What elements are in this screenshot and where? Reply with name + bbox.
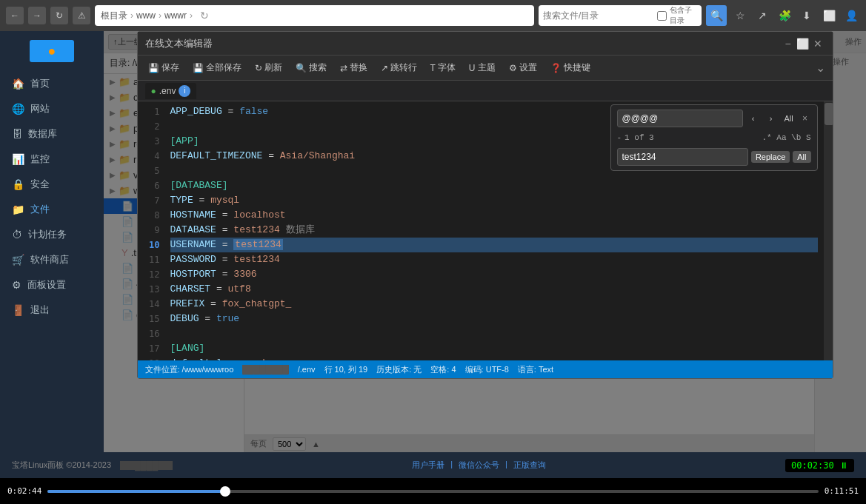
sidebar-logo: ● (30, 40, 74, 62)
status-filepath-ext: /.env (298, 365, 316, 374)
find-icon: 🔍 (296, 63, 307, 73)
replace-input[interactable] (617, 148, 748, 166)
editor-titlebar: 在线文本编辑器 − ⬜ ✕ (138, 32, 833, 56)
editor-scrollbar[interactable] (824, 101, 833, 360)
tasks-icon: ⏱ (12, 229, 22, 241)
file-dot-icon: ● (151, 86, 156, 96)
monitor-icon: 📊 (12, 153, 24, 165)
auth-link[interactable]: 正版查询 (513, 460, 546, 471)
search-input[interactable] (543, 10, 654, 21)
find-prev-button[interactable]: ‹ (746, 111, 761, 126)
window-icon[interactable]: ⬜ (820, 7, 838, 24)
sidebar-label-site: 网站 (30, 102, 50, 115)
star-icon[interactable]: ☆ (731, 7, 749, 24)
timer-display: 00:02:30 ⏸ (785, 459, 854, 472)
editor-reset-button[interactable]: ↻ 刷新 (249, 59, 288, 76)
editor-replace-button[interactable]: ⇄ 替换 (334, 59, 373, 76)
editor-help-button[interactable]: ❓ 快捷键 (544, 59, 596, 76)
status-rowcol: 行 10, 列 19 (324, 364, 368, 375)
sidebar-item-monitor[interactable]: 📊 监控 (0, 147, 104, 172)
editor-gutter: 1 2 3 4 5 6 7 8 9 10 11 12 13 14 (138, 101, 164, 360)
find-close-button[interactable]: × (799, 112, 811, 124)
url-sep1: › (130, 10, 133, 21)
editor-settings-button[interactable]: ⚙ 设置 (503, 59, 543, 76)
sidebar-item-tasks[interactable]: ⏱ 计划任务 (0, 222, 104, 247)
nav-back-button[interactable]: ← (6, 7, 24, 24)
sidebar-item-database[interactable]: 🗄 数据库 (0, 121, 104, 147)
file-manager: ↑上一级 ↻刷新 + 新建 Q 搜索 操作 目录: /www/www ▶ 📁 a… (104, 31, 866, 452)
sidebar: ● 🏠 首页 🌐 网站 🗄 数据库 📊 监控 🔒 安全 📁 文件 ⏱ 计划任务 (0, 31, 104, 452)
editor-find-button[interactable]: 🔍 搜索 (290, 59, 333, 76)
url-wwwr: wwwr (164, 10, 187, 21)
sidebar-label-files: 文件 (30, 203, 50, 216)
reset-icon: ↻ (255, 63, 262, 73)
editor-minimize-button[interactable]: − (781, 36, 796, 51)
code-line-6: [DATABASE] (170, 178, 818, 193)
nav-forward-button[interactable]: → (28, 7, 46, 24)
browser-top-bar: ← → ↻ ⚠ 根目录 › www › wwwr › ↻ 包含子目录 🔍 ☆ ↗… (0, 0, 866, 31)
sidebar-item-files[interactable]: 📁 文件 (0, 197, 104, 222)
nav-refresh-button[interactable]: ↻ (50, 7, 68, 24)
replace-row: Replace All (617, 148, 811, 166)
download-icon[interactable]: ⬇ (798, 7, 816, 24)
editor-main: 1 2 3 4 5 6 7 8 9 10 11 12 13 14 (138, 101, 833, 360)
logout-icon: 🚪 (12, 304, 24, 316)
sidebar-item-security[interactable]: 🔒 安全 (0, 172, 104, 197)
site-icon: 🌐 (12, 103, 24, 115)
sidebar-item-logout[interactable]: 🚪 退出 (0, 298, 104, 323)
editor-toolbar-expand-button[interactable]: ⌄ (813, 61, 828, 75)
avatar-icon[interactable]: 👤 (842, 7, 860, 24)
editor-theme-button[interactable]: U 主题 (463, 59, 502, 76)
video-progress-thumb[interactable] (220, 486, 230, 497)
editor-save-button[interactable]: 💾 💾 保存 保存 (142, 59, 185, 76)
timer-pause-icon: ⏸ (839, 460, 848, 471)
code-line-9: DATABASE = test1234 数据库 (170, 223, 818, 238)
code-line-13: CHARSET = utf8 (170, 282, 818, 297)
sidebar-item-panel[interactable]: ⚙ 面板设置 (0, 272, 104, 298)
share-icon[interactable]: ↗ (753, 7, 771, 24)
editor-goto-button[interactable]: ↗ 跳转行 (375, 59, 423, 76)
code-line-11: PASSWORD = test1234 (170, 252, 818, 267)
sidebar-item-home[interactable]: 🏠 首页 (0, 71, 104, 96)
find-input[interactable] (617, 110, 743, 127)
browser-icon-area: ☆ ↗ 🧩 ⬇ ⬜ 👤 (731, 7, 860, 24)
theme-icon: U (469, 63, 476, 73)
search-bar: 包含子目录 (539, 5, 702, 26)
nav-alert-button[interactable]: ⚠ (73, 7, 90, 24)
store-icon: 🛒 (12, 254, 24, 266)
video-bar: 0:02:44 0:11:51 (0, 478, 866, 504)
wechat-link[interactable]: 微信公众号 (459, 460, 499, 471)
user-manual-link[interactable]: 用户手册 (412, 460, 444, 471)
editor-file-tab-env[interactable]: ● .env i (145, 83, 197, 99)
editor-maximize-button[interactable]: ⬜ (796, 36, 810, 51)
video-progress-track[interactable] (47, 490, 818, 493)
sidebar-item-store[interactable]: 🛒 软件商店 (0, 247, 104, 272)
sidebar-item-site[interactable]: 🌐 网站 (0, 96, 104, 121)
editor-font-button[interactable]: T 字体 (424, 59, 462, 76)
status-encoding: 编码: UTF-8 (465, 364, 509, 375)
replace-button[interactable]: Replace (751, 151, 790, 163)
editor-close-button[interactable]: ✕ (810, 36, 825, 51)
browser-search-button[interactable]: 🔍 (706, 5, 727, 26)
security-icon: 🔒 (12, 178, 24, 190)
replace-all-button[interactable]: All (793, 151, 810, 163)
include-subdir-checkbox[interactable] (657, 11, 667, 21)
editor-statusbar: 文件位置: /www/wwwroo ████████ /.env 行 10, 列… (138, 360, 833, 378)
video-progress-fill (47, 490, 224, 493)
code-line-17: [LANG] (170, 341, 818, 356)
find-next-button[interactable]: › (764, 111, 779, 126)
extension-icon[interactable]: 🧩 (776, 7, 793, 24)
editor-code-content[interactable]: APP_DEBUG = false [APP] DEFAULT_TIMEZONE… (164, 101, 824, 360)
sidebar-label-panel: 面板设置 (27, 278, 66, 292)
url-refresh-button[interactable]: ↻ (196, 7, 213, 24)
panel-icon: ⚙ (12, 279, 21, 291)
find-minus: - (617, 130, 622, 145)
find-all-button[interactable]: All (782, 111, 796, 126)
file-info-icon[interactable]: i (179, 85, 190, 97)
code-line-10: USERNAME = test1234 (170, 238, 818, 252)
editor-save-all-button[interactable]: 💾 全部保存 (187, 59, 247, 76)
status-language: 语言: Text (518, 364, 553, 375)
code-line-18: default_lang = zh-cn (170, 356, 818, 360)
database-icon: 🗄 (12, 128, 22, 140)
url-sep3: › (190, 10, 193, 21)
